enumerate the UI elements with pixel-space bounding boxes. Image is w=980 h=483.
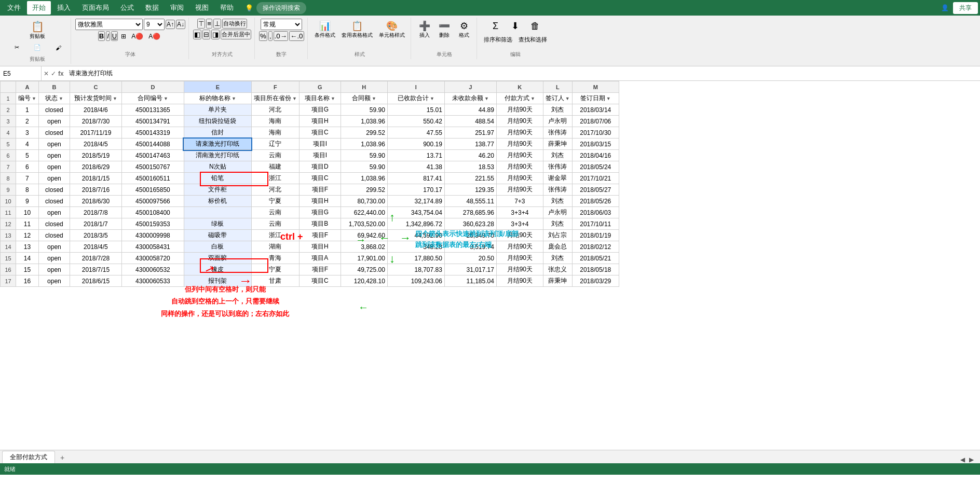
cell[interactable]: 69,942.60 bbox=[341, 230, 387, 241]
cell[interactable]: 12 bbox=[1, 218, 16, 230]
cell[interactable]: 2018/05/27 bbox=[572, 184, 619, 196]
cell[interactable]: 47.55 bbox=[387, 127, 444, 139]
cell[interactable]: 2018/07/06 bbox=[572, 116, 619, 127]
cell[interactable]: 7 bbox=[1, 161, 16, 173]
cell[interactable]: open bbox=[38, 207, 70, 218]
cell[interactable]: 17 bbox=[1, 275, 16, 287]
cell[interactable]: 550.42 bbox=[387, 116, 444, 127]
col-F[interactable]: F bbox=[251, 81, 299, 93]
cell[interactable]: 15.01 bbox=[387, 104, 444, 116]
cell[interactable]: 项目G bbox=[299, 104, 341, 116]
insert-cells-button[interactable]: ➕ 插入 bbox=[415, 19, 434, 40]
cell[interactable]: 14 bbox=[16, 253, 39, 264]
cell[interactable]: 2018/03/14 bbox=[572, 104, 619, 116]
cell[interactable]: 13 bbox=[1, 230, 16, 241]
decrease-decimal-button[interactable]: ←.0 bbox=[289, 31, 304, 41]
cell[interactable]: 铅笔 bbox=[184, 173, 251, 184]
cell[interactable]: N次贴 bbox=[184, 161, 251, 173]
cell[interactable]: 海南 bbox=[251, 127, 299, 139]
cell[interactable]: 4300060533 bbox=[121, 275, 184, 287]
cell[interactable]: 薛秉坤 bbox=[543, 139, 572, 150]
cell[interactable]: 刘杰 bbox=[543, 253, 572, 264]
cell[interactable]: 16 bbox=[1, 264, 16, 275]
cell[interactable]: 月结90天 bbox=[496, 253, 543, 264]
increase-font-button[interactable]: A↑ bbox=[166, 20, 175, 29]
col-C[interactable]: C bbox=[70, 81, 121, 93]
align-center-button[interactable]: ⊟ bbox=[202, 30, 210, 39]
cell[interactable]: 299.52 bbox=[341, 127, 387, 139]
cell[interactable]: closed bbox=[38, 230, 70, 241]
share-button[interactable]: 共享 bbox=[953, 2, 978, 14]
menu-help[interactable]: 帮助 bbox=[215, 1, 239, 15]
underline-button[interactable]: U bbox=[111, 31, 118, 41]
cell[interactable]: 刘杰 bbox=[543, 150, 572, 161]
font-selector[interactable]: 微软雅黑 bbox=[75, 19, 143, 30]
cell[interactable]: 4500108400 bbox=[121, 207, 184, 218]
cell[interactable]: 7 bbox=[16, 173, 39, 184]
cell[interactable]: 湖南 bbox=[251, 241, 299, 253]
cell[interactable]: 4500165850 bbox=[121, 184, 184, 196]
cell[interactable]: 信封 bbox=[184, 127, 251, 139]
cell[interactable]: 2018/02/12 bbox=[572, 241, 619, 253]
cell[interactable]: 2018/06/03 bbox=[572, 207, 619, 218]
menu-insert[interactable]: 插入 bbox=[52, 1, 76, 15]
cell[interactable]: 白板 bbox=[184, 241, 251, 253]
cell[interactable]: 3 bbox=[1, 116, 16, 127]
cell[interactable]: 2018/5/19 bbox=[70, 150, 121, 161]
cell[interactable]: 云南 bbox=[251, 218, 299, 230]
cell[interactable]: 辽宁 bbox=[251, 139, 299, 150]
cell[interactable]: 张伟涛 bbox=[543, 161, 572, 173]
cell[interactable]: 817.41 bbox=[387, 173, 444, 184]
insert-function-icon[interactable]: fx bbox=[58, 70, 64, 77]
cell[interactable]: 云南 bbox=[251, 207, 299, 218]
add-sheet-button[interactable]: + bbox=[56, 452, 69, 463]
cell[interactable]: 13.71 bbox=[387, 150, 444, 161]
cell[interactable]: 云南 bbox=[251, 150, 299, 161]
format-as-table-button[interactable]: 📋 套用表格格式 bbox=[339, 19, 375, 40]
cell[interactable]: 11 bbox=[16, 218, 39, 230]
cell[interactable]: 18.53 bbox=[444, 161, 496, 173]
cell[interactable]: open bbox=[38, 116, 70, 127]
cell[interactable]: 4 bbox=[16, 139, 39, 150]
cell[interactable]: open bbox=[38, 264, 70, 275]
cell[interactable]: 甘肃 bbox=[251, 275, 299, 287]
cell[interactable]: 6 bbox=[16, 161, 39, 173]
cell[interactable]: 橡皮 bbox=[184, 264, 251, 275]
cell[interactable]: 刘杰 bbox=[543, 104, 572, 116]
cell[interactable]: 80,730.00 bbox=[341, 196, 387, 207]
cell[interactable]: 4500150767 bbox=[121, 161, 184, 173]
cut-button[interactable]: ✂ bbox=[7, 43, 26, 52]
conditional-format-button[interactable]: 📊 条件格式 bbox=[312, 19, 338, 40]
cell[interactable]: 2017/11/19 bbox=[70, 127, 121, 139]
menu-review[interactable]: 审阅 bbox=[165, 1, 189, 15]
col-M[interactable]: M bbox=[572, 81, 619, 93]
cell[interactable]: 张忠义 bbox=[543, 264, 572, 275]
cell[interactable] bbox=[184, 207, 251, 218]
cell[interactable]: 10 bbox=[16, 207, 39, 218]
cell[interactable]: 浙江 bbox=[251, 173, 299, 184]
cell[interactable]: 1,703,520.00 bbox=[341, 218, 387, 230]
cell[interactable]: 16 bbox=[16, 275, 39, 287]
cell[interactable]: 251.97 bbox=[444, 127, 496, 139]
cell[interactable]: 138.77 bbox=[444, 139, 496, 150]
cell[interactable]: 5 bbox=[16, 150, 39, 161]
cell[interactable]: 9 bbox=[16, 196, 39, 207]
cell[interactable]: 月结90天 bbox=[496, 184, 543, 196]
cell[interactable]: closed bbox=[38, 196, 70, 207]
cell[interactable]: 46.20 bbox=[444, 150, 496, 161]
cell[interactable]: 18,707.83 bbox=[387, 264, 444, 275]
cell[interactable]: 2018/6/30 bbox=[70, 196, 121, 207]
cell[interactable]: 2018/6/29 bbox=[70, 161, 121, 173]
cell[interactable]: 项目D bbox=[299, 161, 341, 173]
formula-input[interactable]: 请束激光打印纸 bbox=[66, 66, 980, 80]
cell[interactable]: 磁吸带 bbox=[184, 230, 251, 241]
cell[interactable]: open bbox=[38, 139, 70, 150]
cell[interactable]: 2018/6/15 bbox=[70, 275, 121, 287]
cell[interactable]: 刘杰 bbox=[543, 218, 572, 230]
cell[interactable]: 月结90天 bbox=[496, 241, 543, 253]
cell[interactable]: 12 bbox=[16, 230, 39, 241]
cell[interactable]: 278,685.96 bbox=[444, 207, 496, 218]
cell[interactable]: 2 bbox=[1, 104, 16, 116]
fill-button[interactable]: ⬇ bbox=[506, 19, 525, 33]
cell[interactable]: 项目F bbox=[299, 184, 341, 196]
